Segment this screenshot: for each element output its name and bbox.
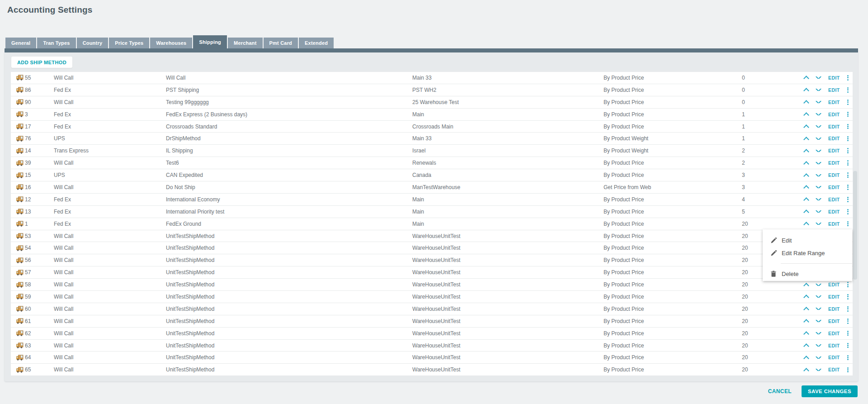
more-actions-button[interactable] — [843, 196, 853, 203]
more-actions-button[interactable] — [843, 87, 853, 93]
move-down-button[interactable] — [813, 320, 824, 322]
move-up-button[interactable] — [799, 136, 813, 142]
edit-link[interactable]: EDIT — [824, 221, 843, 227]
move-up-button[interactable] — [799, 330, 813, 336]
move-up-button[interactable] — [799, 148, 813, 154]
move-up-button[interactable] — [799, 172, 813, 178]
move-up-button[interactable] — [799, 306, 813, 312]
add-ship-method-button[interactable]: ADD SHIP METHOD — [11, 57, 72, 68]
tab-shipping[interactable]: Shipping — [193, 35, 227, 48]
edit-link[interactable]: EDIT — [824, 136, 843, 141]
more-actions-button[interactable] — [843, 172, 853, 178]
move-up-button[interactable] — [799, 355, 813, 361]
move-up-button[interactable] — [799, 75, 813, 81]
edit-link[interactable]: EDIT — [824, 112, 843, 117]
tab-country[interactable]: Country — [77, 38, 108, 48]
more-actions-button[interactable] — [843, 281, 853, 288]
context-menu-item-delete[interactable]: Delete — [763, 267, 852, 280]
tab-pmt-card[interactable]: Pmt Card — [264, 38, 298, 48]
move-down-button[interactable] — [813, 369, 824, 371]
move-down-button[interactable] — [813, 284, 824, 286]
move-down-button[interactable] — [813, 89, 824, 91]
edit-link[interactable]: EDIT — [824, 148, 843, 153]
more-actions-button[interactable] — [843, 294, 853, 300]
move-up-button[interactable] — [799, 367, 813, 373]
edit-link[interactable]: EDIT — [824, 318, 843, 324]
more-actions-button[interactable] — [843, 366, 853, 373]
edit-link[interactable]: EDIT — [824, 306, 843, 312]
move-down-button[interactable] — [813, 174, 824, 176]
context-menu-item-edit-rate-range[interactable]: Edit Rate Range — [763, 247, 852, 259]
edit-link[interactable]: EDIT — [824, 343, 843, 348]
edit-link[interactable]: EDIT — [824, 75, 843, 81]
move-up-button[interactable] — [799, 282, 813, 288]
move-up-button[interactable] — [799, 342, 813, 348]
move-up-button[interactable] — [799, 221, 813, 227]
edit-link[interactable]: EDIT — [824, 124, 843, 129]
more-actions-button[interactable] — [843, 209, 853, 215]
move-down-button[interactable] — [813, 356, 824, 359]
move-down-button[interactable] — [813, 223, 824, 225]
edit-link[interactable]: EDIT — [824, 100, 843, 105]
move-up-button[interactable] — [799, 196, 813, 202]
more-actions-button[interactable] — [843, 306, 853, 312]
move-up-button[interactable] — [799, 318, 813, 324]
edit-link[interactable]: EDIT — [824, 367, 843, 372]
move-down-button[interactable] — [813, 210, 824, 213]
move-down-button[interactable] — [813, 113, 824, 115]
edit-link[interactable]: EDIT — [824, 185, 843, 190]
more-actions-button[interactable] — [843, 135, 853, 142]
cancel-button[interactable]: CANCEL — [765, 388, 794, 395]
move-down-button[interactable] — [813, 186, 824, 188]
edit-link[interactable]: EDIT — [824, 355, 843, 360]
edit-link[interactable]: EDIT — [824, 197, 843, 202]
move-down-button[interactable] — [813, 76, 824, 79]
edit-link[interactable]: EDIT — [824, 294, 843, 299]
more-actions-button[interactable] — [843, 111, 853, 118]
move-down-button[interactable] — [813, 150, 824, 152]
scrollbar-thumb[interactable] — [853, 171, 857, 280]
more-actions-button[interactable] — [843, 221, 853, 227]
move-down-button[interactable] — [813, 162, 824, 164]
move-up-button[interactable] — [799, 124, 813, 129]
move-up-button[interactable] — [799, 111, 813, 117]
more-actions-button[interactable] — [843, 147, 853, 154]
move-down-button[interactable] — [813, 332, 824, 334]
move-down-button[interactable] — [813, 138, 824, 140]
move-down-button[interactable] — [813, 344, 824, 347]
more-actions-button[interactable] — [843, 75, 853, 81]
more-actions-button[interactable] — [843, 330, 853, 337]
edit-link[interactable]: EDIT — [824, 160, 843, 166]
move-down-button[interactable] — [813, 308, 824, 310]
context-menu-item-edit[interactable]: Edit — [763, 234, 852, 247]
move-down-button[interactable] — [813, 101, 824, 103]
edit-link[interactable]: EDIT — [824, 331, 843, 336]
edit-link[interactable]: EDIT — [824, 87, 843, 93]
more-actions-button[interactable] — [843, 160, 853, 166]
move-up-button[interactable] — [799, 99, 813, 105]
move-up-button[interactable] — [799, 209, 813, 214]
move-up-button[interactable] — [799, 87, 813, 93]
more-actions-button[interactable] — [843, 123, 853, 129]
edit-link[interactable]: EDIT — [824, 209, 843, 214]
tab-extended[interactable]: Extended — [299, 38, 334, 48]
move-down-button[interactable] — [813, 295, 824, 298]
edit-link[interactable]: EDIT — [824, 282, 843, 287]
more-actions-button[interactable] — [843, 354, 853, 361]
save-changes-button[interactable]: SAVE CHANGES — [802, 385, 858, 397]
tab-general[interactable]: General — [5, 38, 36, 48]
move-down-button[interactable] — [813, 198, 824, 200]
move-up-button[interactable] — [799, 160, 813, 166]
move-up-button[interactable] — [799, 184, 813, 190]
edit-link[interactable]: EDIT — [824, 172, 843, 178]
more-actions-button[interactable] — [843, 318, 853, 324]
more-actions-button[interactable] — [843, 184, 853, 190]
tab-tran-types[interactable]: Tran Types — [37, 38, 75, 48]
tab-warehouses[interactable]: Warehouses — [150, 38, 192, 48]
more-actions-button[interactable] — [843, 99, 853, 105]
move-down-button[interactable] — [813, 125, 824, 128]
tab-price-types[interactable]: Price Types — [109, 38, 149, 48]
more-actions-button[interactable] — [843, 342, 853, 348]
move-up-button[interactable] — [799, 294, 813, 299]
tab-merchant[interactable]: Merchant — [228, 38, 263, 48]
